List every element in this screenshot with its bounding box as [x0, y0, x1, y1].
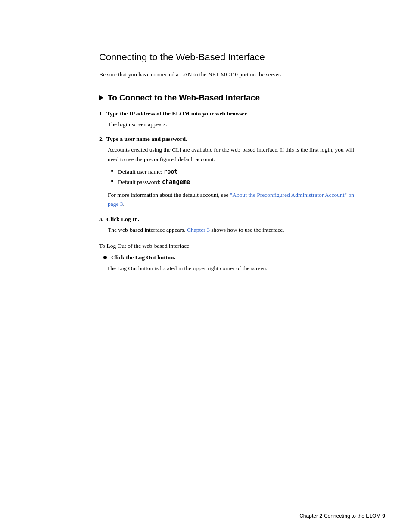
triangle-icon — [99, 95, 103, 100]
step-2-bullets: Default user name: root Default password… — [111, 167, 366, 187]
subsection-title: To Connect to the Web-Based Interface — [108, 93, 260, 103]
step-2: 2. Type a user name and password. Accoun… — [99, 136, 366, 209]
step-2-note: For more information about the default a… — [108, 190, 366, 209]
footer-chapter: Chapter 2 — [299, 513, 322, 519]
bullet-dot-icon — [103, 256, 107, 259]
chapter3-link[interactable]: Chapter 3 — [187, 227, 210, 233]
step-1-label: 1. Type the IP address of the ELOM into … — [99, 110, 366, 117]
logout-intro: To Log Out of the web-based interface: — [99, 241, 366, 251]
step-2-label: 2. Type a user name and password. — [99, 136, 366, 143]
logout-bullet-desc: The Log Out button is located in the upp… — [107, 264, 366, 273]
step-3-description: The web-based interface appears. Chapter… — [108, 225, 366, 235]
bullet-username: Default user name: root — [111, 167, 366, 177]
steps-list: 1. Type the IP address of the ELOM into … — [99, 110, 366, 235]
step-3-label: 3. Click Log In. — [99, 216, 366, 223]
page-footer: Chapter 2 Connecting to the ELOM 9 — [299, 513, 385, 519]
footer-page-number: 9 — [382, 513, 385, 519]
logout-section: To Log Out of the web-based interface: C… — [99, 241, 366, 273]
bullet-password: Default password: changeme — [111, 177, 366, 187]
logout-bullet-row: Click the Log Out button. — [103, 254, 366, 261]
logout-bullet-label: Click the Log Out button. — [111, 254, 175, 261]
subsection-header: To Connect to the Web-Based Interface — [99, 93, 366, 103]
step-1: 1. Type the IP address of the ELOM into … — [99, 110, 366, 129]
footer-title: Connecting to the ELOM — [324, 513, 380, 519]
step-1-description: The login screen appears. — [108, 120, 366, 129]
section-title: Connecting to the Web-Based Interface — [99, 52, 366, 63]
subsection: To Connect to the Web-Based Interface 1.… — [99, 93, 366, 273]
step-3: 3. Click Log In. The web-based interface… — [99, 216, 366, 235]
step-2-description: Accounts created using the CLI are avail… — [108, 145, 366, 164]
intro-text: Be sure that you have connected a LAN to… — [99, 70, 366, 79]
page-content: Connecting to the Web-Based Interface Be… — [99, 52, 366, 282]
